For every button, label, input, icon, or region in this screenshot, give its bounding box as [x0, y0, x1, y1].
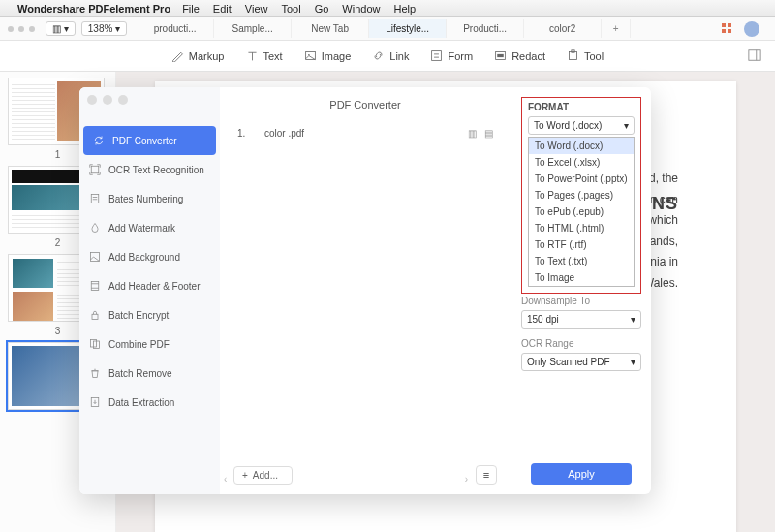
tool-link[interactable]: Link [372, 49, 409, 62]
app-name[interactable]: Wondershare PDFelement Pro [17, 3, 170, 15]
sidebar-item-label: Add Watermark [108, 223, 175, 234]
traffic-light-icon[interactable] [8, 26, 14, 32]
menu-tool[interactable]: Tool [281, 3, 300, 15]
sidebar-item-watermark[interactable]: Add Watermark [79, 213, 220, 242]
sidebar-item-encrypt[interactable]: Batch Encrypt [79, 300, 220, 329]
sidebar-item-combine[interactable]: Combine PDF [79, 329, 220, 359]
sidebar-item-pdf-converter[interactable]: PDF Converter [83, 126, 216, 155]
tool-form[interactable]: Form [430, 49, 473, 62]
format-option-epub[interactable]: To ePub (.epub) [529, 203, 634, 220]
chevron-down-icon: ▾ [631, 357, 636, 367]
sidebar-item-background[interactable]: Add Background [79, 242, 220, 271]
svg-rect-13 [749, 49, 760, 60]
user-avatar[interactable] [744, 21, 760, 37]
file-page-icon[interactable]: ▤ [484, 128, 493, 139]
list-view-icon[interactable]: ≡ [476, 465, 497, 485]
tool-redact[interactable]: Redact [494, 49, 545, 62]
app-grid-icon[interactable] [721, 22, 734, 36]
sidebar-item-label: PDF Converter [112, 136, 177, 146]
sidebar-item-label: Bates Numbering [108, 194, 183, 204]
tab-newtab[interactable]: New Tab [292, 19, 369, 38]
tool-markup[interactable]: Markup [171, 49, 225, 62]
menu-edit[interactable]: Edit [213, 3, 232, 15]
sidebar-item-header-footer[interactable]: Add Header & Footer [79, 271, 220, 300]
apply-button[interactable]: Apply [531, 463, 632, 485]
sidebar-item-label: Add Background [108, 252, 180, 263]
modal-traffic-lights[interactable] [87, 95, 128, 105]
menu-help[interactable]: Help [393, 3, 416, 15]
sidebar-item-batch-remove[interactable]: Batch Remove [79, 359, 220, 388]
tab-producti[interactable]: producti... [137, 19, 214, 38]
format-option-image[interactable]: To Image [529, 269, 634, 286]
format-group: FORMAT To Word (.docx)▾ To Word (.docx) … [521, 97, 641, 294]
sidebar-item-ocr[interactable]: OCR Text Recognition [79, 155, 220, 184]
format-dropdown: To Word (.docx) To Excel (.xlsx) To Powe… [528, 137, 635, 287]
format-select[interactable]: To Word (.docx)▾ [528, 116, 635, 135]
sidebar-item-label: OCR Text Recognition [108, 165, 204, 175]
svg-rect-16 [91, 195, 99, 203]
downsample-label: Downsample To [521, 296, 641, 306]
menu-window[interactable]: Window [342, 3, 380, 15]
sidebar-item-label: Data Extraction [108, 397, 174, 408]
menu-go[interactable]: Go [315, 3, 329, 15]
sidebar-item-label: Combine PDF [108, 339, 170, 350]
chevron-right-icon[interactable]: › [465, 474, 468, 485]
document-tabs: producti... Sample... New Tab Lifestyle.… [137, 19, 713, 38]
chevron-down-icon: ▾ [624, 120, 629, 131]
format-option-pages[interactable]: To Pages (.pages) [529, 187, 634, 203]
tab-producti2[interactable]: Producti... [447, 19, 524, 38]
file-name: color .pdf [264, 128, 460, 139]
format-option-rtf[interactable]: To RTF (.rtf) [529, 236, 634, 253]
sidebar-item-data-extraction[interactable]: Data Extraction [79, 388, 220, 417]
chevron-down-icon: ▾ [631, 314, 636, 325]
zoom-select[interactable]: 138% ▾ [81, 21, 127, 36]
tab-add[interactable]: + [602, 19, 631, 38]
format-option-text[interactable]: To Text (.txt) [529, 253, 634, 269]
sidebar-toggle-button[interactable]: ▥ ▾ [46, 21, 76, 36]
traffic-light-icon[interactable] [18, 26, 24, 32]
traffic-light-icon[interactable] [29, 26, 35, 32]
downsample-select[interactable]: 150 dpi▾ [521, 310, 641, 329]
ocr-range-label: OCR Range [521, 338, 641, 349]
chevron-left-icon[interactable]: ‹ [224, 474, 227, 485]
top-row: ▥ ▾ 138% ▾ producti... Sample... New Tab… [0, 17, 775, 41]
svg-rect-20 [91, 282, 99, 291]
sidebar-item-label: Batch Encrypt [108, 310, 169, 321]
add-file-button[interactable]: + Add... [233, 466, 293, 485]
format-option-html[interactable]: To HTML (.html) [529, 220, 634, 236]
svg-rect-10 [497, 54, 504, 57]
sidebar-item-bates[interactable]: Bates Numbering [79, 184, 220, 213]
main-toolbar: Markup Text Image Link Form Redact Tool [0, 41, 775, 72]
svg-rect-23 [92, 314, 98, 319]
file-row[interactable]: 1. color .pdf ▥ ▤ [233, 122, 497, 144]
tool-text[interactable]: Text [246, 49, 283, 62]
tab-lifestyle[interactable]: Lifestyle... [369, 19, 447, 38]
ocr-range-select[interactable]: Only Scanned PDF▾ [521, 353, 641, 371]
svg-rect-15 [91, 166, 99, 173]
file-index: 1. [237, 128, 264, 139]
tab-color2[interactable]: color2 [524, 19, 602, 38]
file-split-icon[interactable]: ▥ [468, 128, 477, 139]
tab-sample[interactable]: Sample... [214, 19, 292, 38]
menubar: Wondershare PDFelement Pro File Edit Vie… [0, 0, 775, 17]
converter-options-panel: FORMAT To Word (.docx)▾ To Word (.docx) … [511, 87, 651, 494]
svg-rect-6 [432, 51, 442, 61]
format-option-excel[interactable]: To Excel (.xlsx) [529, 154, 634, 171]
panel-toggle-icon[interactable] [748, 48, 761, 64]
tool-image[interactable]: Image [304, 49, 352, 62]
sidebar-item-label: Batch Remove [108, 368, 172, 379]
tool-tool[interactable]: Tool [567, 49, 604, 62]
sidebar-item-label: Add Header & Footer [108, 281, 201, 292]
menu-view[interactable]: View [245, 3, 268, 15]
format-label: FORMAT [528, 102, 635, 112]
pdf-converter-modal: PDF Converter OCR Text Recognition Bates… [79, 87, 651, 494]
format-option-word[interactable]: To Word (.docx) [529, 138, 634, 154]
format-option-ppt[interactable]: To PowerPoint (.pptx) [529, 171, 634, 187]
converter-file-list: PDF Converter 1. color .pdf ▥ ▤ + Add...… [220, 87, 511, 494]
menu-file[interactable]: File [182, 3, 200, 15]
converter-sidebar: PDF Converter OCR Text Recognition Bates… [79, 87, 220, 494]
modal-title: PDF Converter [220, 93, 511, 110]
